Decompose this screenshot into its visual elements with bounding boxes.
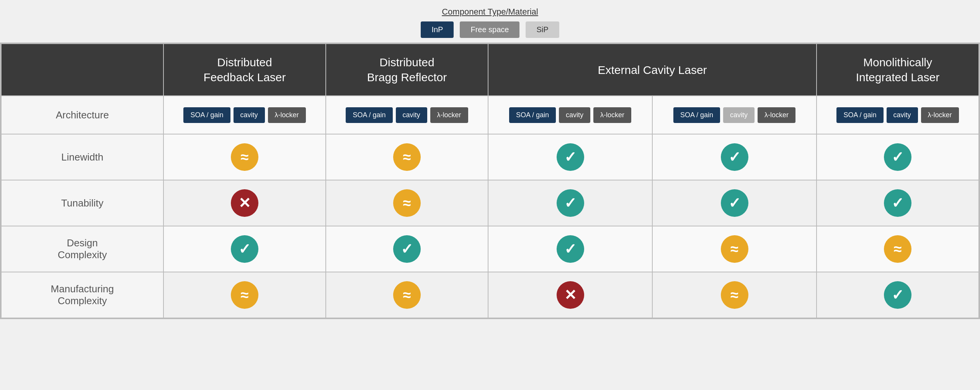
arch-tag-dfb-locker: λ-locker bbox=[268, 107, 306, 123]
icon-design-dfb: ✓ bbox=[231, 235, 258, 263]
arch-tags-mil: SOA / gain cavity λ-locker bbox=[823, 107, 972, 123]
badge-sip[interactable]: SiP bbox=[526, 21, 559, 38]
cell-linewidth-dfb: ≈ bbox=[163, 134, 326, 180]
label-manufacturing-complexity: ManufacturingComplexity bbox=[1, 272, 163, 318]
row-tunability: Tunability ✕ ≈ ✓ ✓ ✓ bbox=[1, 180, 979, 226]
cell-design-ecl1: ✓ bbox=[488, 226, 652, 272]
cell-mfg-mil: ✓ bbox=[817, 272, 979, 318]
arch-tag-dfb-cavity: cavity bbox=[234, 107, 265, 123]
row-architecture: Architecture SOA / gain cavity λ-locker … bbox=[1, 96, 979, 134]
arch-tag-ecl1-soa: SOA / gain bbox=[509, 107, 556, 123]
cell-mfg-dfb: ≈ bbox=[163, 272, 326, 318]
cell-tunability-ecl2: ✓ bbox=[652, 180, 817, 226]
cell-design-dfb: ✓ bbox=[163, 226, 326, 272]
icon-design-ecl2: ≈ bbox=[721, 235, 748, 263]
badge-free-space[interactable]: Free space bbox=[460, 21, 519, 38]
arch-tag-mil-cavity: cavity bbox=[887, 107, 918, 123]
comparison-table: DistributedFeedback Laser DistributedBra… bbox=[1, 43, 979, 318]
arch-tag-ecl2-soa: SOA / gain bbox=[673, 107, 720, 123]
arch-tag-dbr-locker: λ-locker bbox=[430, 107, 468, 123]
arch-tags-ecl2: SOA / gain cavity λ-locker bbox=[659, 107, 810, 123]
cell-linewidth-ecl2: ✓ bbox=[652, 134, 817, 180]
cell-design-dbr: ✓ bbox=[326, 226, 488, 272]
icon-mfg-ecl1: ✕ bbox=[557, 281, 584, 309]
icon-tunability-dfb: ✕ bbox=[231, 189, 258, 217]
badge-inp[interactable]: InP bbox=[421, 21, 454, 38]
icon-mfg-dbr: ≈ bbox=[393, 281, 421, 309]
row-design-complexity: DesignComplexity ✓ ✓ ✓ ≈ ≈ bbox=[1, 226, 979, 272]
comparison-table-wrapper: DistributedFeedback Laser DistributedBra… bbox=[0, 43, 980, 319]
arch-tag-mil-locker: λ-locker bbox=[921, 107, 959, 123]
cell-mfg-ecl2: ≈ bbox=[652, 272, 817, 318]
legend-area: Component Type/Material InP Free space S… bbox=[0, 0, 980, 43]
arch-tag-ecl1-cavity: cavity bbox=[559, 107, 590, 123]
icon-tunability-dbr: ≈ bbox=[393, 189, 421, 217]
legend-badges: InP Free space SiP bbox=[421, 21, 559, 38]
icon-design-mil: ≈ bbox=[884, 235, 911, 263]
icon-mfg-dfb: ≈ bbox=[231, 281, 258, 309]
row-manufacturing-complexity: ManufacturingComplexity ≈ ≈ ✕ ≈ ✓ bbox=[1, 272, 979, 318]
arch-dfb: SOA / gain cavity λ-locker bbox=[163, 96, 326, 134]
arch-tag-dfb-soa: SOA / gain bbox=[183, 107, 230, 123]
icon-linewidth-ecl1: ✓ bbox=[557, 143, 584, 171]
icon-tunability-ecl2: ✓ bbox=[721, 189, 748, 217]
arch-ecl1: SOA / gain cavity λ-locker bbox=[488, 96, 652, 134]
arch-tag-ecl2-cavity: cavity bbox=[723, 107, 755, 123]
icon-design-dbr: ✓ bbox=[393, 235, 421, 263]
header-mil-label: MonolithicallyIntegrated Laser bbox=[856, 56, 939, 84]
label-tunability: Tunability bbox=[1, 180, 163, 226]
icon-linewidth-dfb: ≈ bbox=[231, 143, 258, 171]
arch-tag-dbr-soa: SOA / gain bbox=[346, 107, 392, 123]
arch-dbr: SOA / gain cavity λ-locker bbox=[326, 96, 488, 134]
cell-mfg-dbr: ≈ bbox=[326, 272, 488, 318]
header-mil: MonolithicallyIntegrated Laser bbox=[817, 44, 979, 96]
cell-design-mil: ≈ bbox=[817, 226, 979, 272]
cell-linewidth-mil: ✓ bbox=[817, 134, 979, 180]
table-header-row: DistributedFeedback Laser DistributedBra… bbox=[1, 44, 979, 96]
arch-tag-dbr-cavity: cavity bbox=[396, 107, 427, 123]
cell-mfg-ecl1: ✕ bbox=[488, 272, 652, 318]
label-linewidth: Linewidth bbox=[1, 134, 163, 180]
cell-tunability-mil: ✓ bbox=[817, 180, 979, 226]
cell-linewidth-ecl1: ✓ bbox=[488, 134, 652, 180]
icon-linewidth-mil: ✓ bbox=[884, 143, 911, 171]
icon-linewidth-ecl2: ✓ bbox=[721, 143, 748, 171]
arch-tag-ecl2-locker: λ-locker bbox=[758, 107, 795, 123]
arch-tag-mil-soa: SOA / gain bbox=[836, 107, 883, 123]
header-ecl: External Cavity Laser bbox=[488, 44, 817, 96]
icon-tunability-ecl1: ✓ bbox=[557, 189, 584, 217]
cell-design-ecl2: ≈ bbox=[652, 226, 817, 272]
header-empty bbox=[1, 44, 163, 96]
header-ecl-label: External Cavity Laser bbox=[598, 64, 707, 76]
cell-tunability-dfb: ✕ bbox=[163, 180, 326, 226]
arch-tags-dbr: SOA / gain cavity λ-locker bbox=[332, 107, 482, 123]
cell-tunability-dbr: ≈ bbox=[326, 180, 488, 226]
arch-tags-dfb: SOA / gain cavity λ-locker bbox=[170, 107, 319, 123]
arch-tags-ecl1: SOA / gain cavity λ-locker bbox=[495, 107, 646, 123]
header-dbr-label: DistributedBragg Reflector bbox=[367, 56, 447, 84]
cell-tunability-ecl1: ✓ bbox=[488, 180, 652, 226]
label-design-complexity: DesignComplexity bbox=[1, 226, 163, 272]
icon-tunability-mil: ✓ bbox=[884, 189, 911, 217]
legend-title: Component Type/Material bbox=[442, 7, 538, 17]
cell-linewidth-dbr: ≈ bbox=[326, 134, 488, 180]
header-dfb: DistributedFeedback Laser bbox=[163, 44, 326, 96]
header-dfb-label: DistributedFeedback Laser bbox=[203, 56, 286, 84]
icon-mfg-mil: ✓ bbox=[884, 281, 911, 309]
arch-ecl2: SOA / gain cavity λ-locker bbox=[652, 96, 817, 134]
icon-design-ecl1: ✓ bbox=[557, 235, 584, 263]
arch-tag-ecl1-locker: λ-locker bbox=[593, 107, 631, 123]
row-linewidth: Linewidth ≈ ≈ ✓ ✓ ✓ bbox=[1, 134, 979, 180]
icon-linewidth-dbr: ≈ bbox=[393, 143, 421, 171]
icon-mfg-ecl2: ≈ bbox=[721, 281, 748, 309]
label-architecture: Architecture bbox=[1, 96, 163, 134]
header-dbr: DistributedBragg Reflector bbox=[326, 44, 488, 96]
arch-mil: SOA / gain cavity λ-locker bbox=[817, 96, 979, 134]
